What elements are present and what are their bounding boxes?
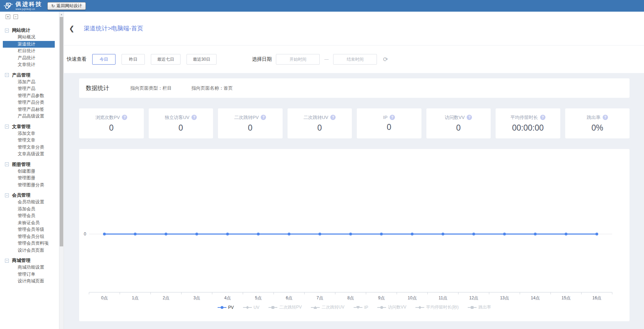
- line-chart[interactable]: 0点1点2点3点4点5点6点7点8点9点10点11点12点13点14点15点16…: [79, 149, 630, 321]
- help-icon[interactable]: ?: [540, 115, 545, 120]
- main-area: ❮ 渠道统计>电脑端-首页 快速查看 今日昨日最近七日最近30日 选择日期 — …: [64, 12, 644, 329]
- sidebar-item[interactable]: 会员功能设置: [0, 199, 59, 206]
- quick-option-button[interactable]: 最近七日: [151, 54, 181, 65]
- sidebar-item[interactable]: 管理订单: [0, 271, 59, 278]
- quick-option-button[interactable]: 最近30日: [187, 54, 217, 65]
- sidebar-item[interactable]: 栏目统计: [0, 48, 59, 55]
- sidebar-item[interactable]: 渠道统计: [3, 41, 55, 48]
- quick-option-button[interactable]: 今日: [92, 54, 116, 65]
- x-tick-label: 11点: [439, 295, 447, 300]
- sidebar-group-header[interactable]: −文章管理: [0, 123, 59, 130]
- content-area: 数据统计 指向页面类型：栏目 指向页面名称：首页 浏览次数PV?0独立访客UV?…: [64, 73, 644, 329]
- legend-item[interactable]: 访问数VV: [377, 304, 406, 310]
- sidebar-group-label: 会员管理: [12, 192, 30, 198]
- group-collapse-icon[interactable]: −: [5, 29, 9, 32]
- sidebar-group-header[interactable]: −图册管理: [0, 161, 59, 168]
- pv-data-point: [226, 233, 229, 235]
- stat-card-label: 独立访客UV: [165, 114, 189, 121]
- sidebar-item[interactable]: 添加文章: [0, 130, 59, 137]
- help-icon[interactable]: ?: [191, 115, 197, 120]
- stat-card: 独立访客UV?0: [149, 108, 213, 138]
- legend-label: 跳出率: [478, 304, 491, 310]
- back-to-site-design-button[interactable]: ↻ 返回网站设计: [47, 2, 86, 10]
- help-icon[interactable]: ?: [261, 115, 266, 120]
- quick-option-button[interactable]: 昨日: [122, 54, 145, 65]
- sidebar-item[interactable]: 设计会员页面: [0, 247, 59, 254]
- sidebar-item[interactable]: 产品高级设置: [0, 113, 59, 120]
- sidebar-item[interactable]: 文章高级设置: [0, 151, 59, 158]
- stat-card-value: 0: [109, 123, 114, 133]
- group-collapse-icon[interactable]: −: [5, 162, 9, 166]
- x-tick-label: 8点: [347, 295, 354, 300]
- x-tick-label: 5点: [255, 295, 262, 300]
- circle-marker-icon: [218, 305, 226, 310]
- legend-item[interactable]: 二次跳转UV: [311, 304, 344, 310]
- sidebar-scrollbar[interactable]: ▲: [59, 12, 64, 329]
- stat-cards-row: 浏览次数PV?0独立访客UV?0二次跳转PV?0二次跳转UV?0IP?0访问数V…: [79, 108, 630, 138]
- stat-card-label-row: 平均停留时长?: [510, 114, 545, 121]
- help-icon[interactable]: ?: [330, 115, 336, 120]
- sidebar-item[interactable]: 管理会员: [0, 213, 59, 220]
- sidebar-item[interactable]: 管理会员分组: [0, 233, 59, 240]
- sidebar-item[interactable]: 商城功能设置: [0, 264, 59, 271]
- sidebar-item[interactable]: 管理产品标签: [0, 106, 59, 113]
- sidebar-item[interactable]: 未验证会员: [0, 220, 59, 227]
- diamond-marker-icon: [243, 305, 252, 310]
- legend-item[interactable]: 平均停留时长(秒): [415, 304, 459, 310]
- sidebar-item[interactable]: 管理会员资料项: [0, 240, 59, 247]
- triangle-down-marker-icon: [354, 305, 362, 310]
- sidebar-item[interactable]: 管理图册: [0, 175, 59, 182]
- group-collapse-icon[interactable]: −: [5, 193, 9, 197]
- collapse-all-icon[interactable]: −: [13, 14, 18, 19]
- sidebar-group-header[interactable]: −商城管理: [0, 257, 59, 264]
- sidebar-item[interactable]: 产品统计: [0, 55, 59, 62]
- sidebar-group-header[interactable]: −会员管理: [0, 192, 59, 199]
- legend-item[interactable]: UV: [243, 305, 260, 310]
- legend-item[interactable]: PV: [218, 305, 234, 310]
- start-date-input[interactable]: [276, 54, 320, 65]
- sidebar-item[interactable]: 管理产品参数: [0, 92, 59, 100]
- triangle-marker-icon: [311, 305, 320, 310]
- sidebar-item[interactable]: 管理产品: [0, 85, 59, 92]
- help-icon[interactable]: ?: [390, 115, 395, 120]
- sidebar-item[interactable]: 文章统计: [0, 61, 59, 68]
- sidebar-item[interactable]: 添加会员: [0, 206, 59, 213]
- x-tick-label: 2点: [163, 295, 169, 300]
- x-tick-label: 9点: [378, 295, 385, 300]
- scrollbar-thumb[interactable]: [60, 17, 63, 246]
- expand-all-icon[interactable]: +: [6, 14, 10, 19]
- page-title: 数据统计: [86, 84, 109, 92]
- stat-card-label: 平均停留时长: [510, 114, 538, 121]
- back-chevron-icon[interactable]: ❮: [69, 24, 75, 32]
- sidebar-item[interactable]: 管理图册分类: [0, 182, 59, 189]
- legend-item[interactable]: 跳出率: [468, 304, 491, 310]
- stat-card-label: IP: [383, 115, 388, 120]
- breadcrumb[interactable]: 渠道统计>电脑端-首页: [84, 24, 143, 32]
- sidebar-item[interactable]: 管理文章: [0, 137, 59, 144]
- sidebar-item[interactable]: 管理会员等级: [0, 226, 59, 233]
- sidebar-item[interactable]: 创建图册: [0, 168, 59, 175]
- x-tick-label: 1点: [132, 295, 138, 300]
- sidebar-item[interactable]: 网站概况: [0, 34, 59, 41]
- sidebar-item[interactable]: 管理文章分类: [0, 144, 59, 151]
- group-collapse-icon[interactable]: −: [5, 125, 9, 128]
- back-button-label: 返回网站设计: [57, 3, 82, 9]
- sidebar-group-header[interactable]: −产品管理: [0, 72, 59, 79]
- help-icon[interactable]: ?: [603, 115, 608, 120]
- help-icon[interactable]: ?: [467, 115, 472, 120]
- date-range-dash: —: [324, 57, 329, 62]
- scroll-up-icon[interactable]: ▲: [59, 12, 64, 17]
- group-collapse-icon[interactable]: −: [5, 73, 9, 77]
- end-date-input[interactable]: [333, 54, 377, 65]
- sidebar-item[interactable]: 添加产品: [0, 79, 59, 86]
- legend-symbol: [272, 306, 274, 309]
- stat-card-label-row: 跳出率?: [587, 114, 608, 121]
- help-icon[interactable]: ?: [122, 115, 127, 120]
- sidebar-group-header[interactable]: −网站统计: [0, 27, 59, 34]
- group-collapse-icon[interactable]: −: [5, 259, 9, 263]
- legend-item[interactable]: IP: [354, 305, 368, 310]
- sidebar-item[interactable]: 设计商城页面: [0, 278, 59, 285]
- sidebar-item[interactable]: 管理产品分类: [0, 99, 59, 106]
- reload-icon[interactable]: ⟳: [383, 56, 388, 63]
- legend-item[interactable]: 二次跳转PV: [268, 304, 302, 310]
